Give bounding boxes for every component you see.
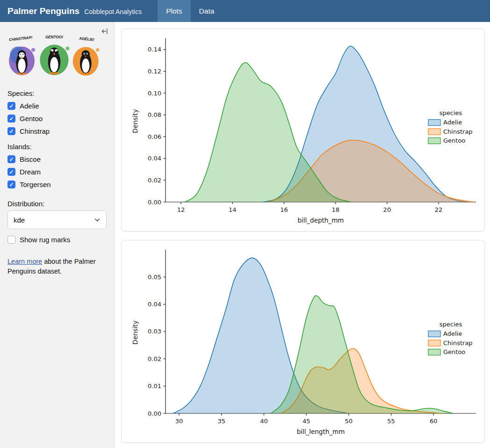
checkbox-label: Show rug marks (20, 236, 70, 244)
species-checkbox-chinstrap[interactable]: Chinstrap (7, 127, 107, 135)
svg-text:0.00: 0.00 (148, 410, 161, 417)
svg-text:45: 45 (303, 418, 310, 425)
legend-patch-adelie (428, 331, 440, 337)
islands-section-label: Islands: (7, 143, 107, 151)
distribution-section-label: Distribution: (7, 200, 107, 208)
x-axis-label: bill_depth_mm (298, 217, 344, 224)
collapse-left-icon (101, 28, 108, 35)
learn-more-link[interactable]: Learn more (7, 258, 42, 265)
svg-text:0.02: 0.02 (148, 355, 161, 362)
legend-patch-chinstrap (428, 129, 440, 135)
species-section-label: Species: (7, 89, 107, 97)
tab-plots[interactable]: Plots (158, 0, 190, 22)
svg-text:0.00: 0.00 (148, 199, 161, 206)
legend-label-gentoo: Gentoo (443, 137, 465, 144)
svg-text:0.01: 0.01 (148, 383, 161, 390)
legend-label-chinstrap: Chinstrap (443, 340, 473, 347)
svg-text:0.06: 0.06 (148, 133, 161, 140)
checkbox-icon (7, 168, 15, 176)
tab-data[interactable]: Data (191, 0, 223, 22)
bill-depth-density-plot: 1214161820220.000.020.040.060.080.100.12… (125, 33, 481, 227)
main-content: 1214161820220.000.020.040.060.080.100.12… (115, 22, 490, 448)
artwork-label-gentoo: GENTOO! (45, 35, 63, 39)
app-subtitle: Cobblepot Analytics (84, 8, 142, 15)
checkbox-label: Torgersen (20, 181, 51, 188)
artwork-label-adelie: ADÉLIE! (79, 36, 95, 42)
svg-text:0.03: 0.03 (148, 328, 161, 335)
species-checkbox-gentoo[interactable]: Gentoo (7, 115, 107, 123)
island-checkbox-biscoe[interactable]: Biscoe (7, 155, 107, 163)
bill-depth-card: 1214161820220.000.020.040.060.080.100.12… (121, 29, 485, 231)
checkbox-icon (7, 115, 15, 123)
bill-length-card: 303540455055600.000.010.020.030.040.05bi… (121, 240, 485, 443)
legend-title: species (440, 109, 462, 116)
species-checkbox-adelie[interactable]: Adelie (7, 102, 107, 110)
svg-text:0.08: 0.08 (148, 111, 161, 118)
navbar: Palmer Penguins Cobblepot Analytics Plot… (0, 0, 490, 22)
artwork-label-chinstrap: CHINSTRAP! (9, 36, 33, 42)
app-brand: Palmer Penguins Cobblepot Analytics (0, 6, 149, 16)
app-body: CHINSTRAP! GENTOO! ADÉLIE! (0, 22, 490, 448)
x-axis-label: bill_length_mm (297, 428, 345, 435)
legend-patch-gentoo (428, 138, 440, 144)
legend-label-chinstrap: Chinstrap (443, 128, 473, 135)
y-axis-label: Density (131, 109, 139, 133)
sidebar: CHINSTRAP! GENTOO! ADÉLIE! (0, 22, 115, 448)
learn-more-text: Learn more about the Palmer Penguins dat… (7, 257, 107, 276)
svg-text:35: 35 (217, 418, 225, 425)
legend-label-adelie: Adelie (443, 119, 462, 126)
checkbox-label: Chinstrap (20, 127, 50, 135)
island-checkbox-dream[interactable]: Dream (7, 168, 107, 176)
legend-patch-gentoo (428, 349, 440, 355)
legend-label-adelie: Adelie (443, 330, 462, 337)
checkbox-icon (7, 181, 15, 188)
svg-text:60: 60 (430, 418, 438, 425)
svg-text:14: 14 (229, 206, 237, 213)
svg-text:0.10: 0.10 (148, 90, 161, 97)
svg-text:0.12: 0.12 (148, 68, 161, 75)
distribution-select-value: kde (14, 216, 25, 224)
svg-text:55: 55 (387, 418, 395, 425)
rug-marks-checkbox[interactable]: Show rug marks (7, 236, 107, 244)
distribution-select[interactable]: kde (7, 210, 107, 229)
svg-text:40: 40 (260, 418, 268, 425)
legend-patch-adelie (428, 120, 440, 126)
svg-text:12: 12 (177, 206, 185, 213)
svg-text:18: 18 (331, 206, 339, 213)
legend-patch-chinstrap (428, 340, 440, 346)
checkbox-label: Biscoe (20, 155, 41, 163)
nav-tabs: Plots Data (158, 0, 223, 22)
svg-text:0.02: 0.02 (148, 177, 161, 184)
svg-text:20: 20 (383, 206, 391, 213)
svg-text:0.04: 0.04 (148, 301, 161, 308)
svg-text:22: 22 (435, 206, 443, 213)
app-title: Palmer Penguins (7, 6, 79, 16)
bill-length-density-plot: 303540455055600.000.010.020.030.040.05bi… (125, 244, 481, 439)
penguins-artwork: CHINSTRAP! GENTOO! ADÉLIE! (7, 34, 103, 82)
svg-text:0.05: 0.05 (148, 274, 161, 281)
svg-text:16: 16 (280, 206, 288, 213)
sidebar-collapse-button[interactable] (100, 27, 109, 36)
island-checkbox-torgersen[interactable]: Torgersen (7, 181, 107, 188)
checkbox-icon (7, 155, 15, 163)
checkbox-label: Dream (20, 168, 41, 176)
checkbox-icon (7, 127, 15, 135)
chevron-down-icon (94, 217, 101, 223)
legend-title: species (440, 321, 462, 328)
checkbox-label: Adelie (20, 102, 39, 110)
legend-label-gentoo: Gentoo (443, 348, 465, 355)
checkbox-icon (7, 236, 15, 244)
svg-text:0.04: 0.04 (148, 155, 161, 162)
svg-text:30: 30 (175, 418, 183, 425)
checkbox-icon (7, 102, 15, 110)
y-axis-label: Density (131, 320, 139, 344)
checkbox-label: Gentoo (20, 115, 43, 123)
svg-text:50: 50 (345, 418, 353, 425)
svg-text:0.14: 0.14 (148, 46, 161, 53)
